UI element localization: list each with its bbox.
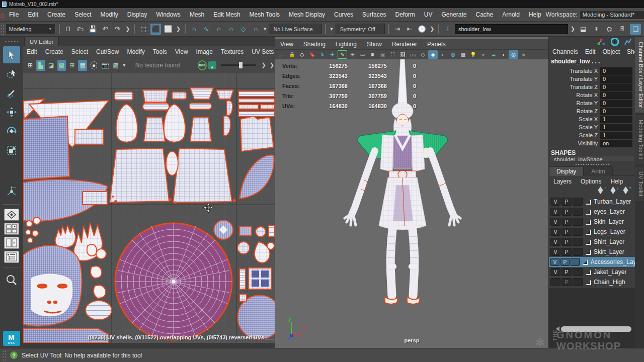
layer-name[interactable]: Chain_High <box>592 279 625 286</box>
zoom-tool-icon[interactable] <box>3 272 20 289</box>
uv-menu-cutsew[interactable]: Cut/Sew <box>92 48 123 55</box>
uv-editor-tab[interactable]: UV Editor <box>24 37 59 46</box>
select-object-icon[interactable]: ⬛ <box>150 24 161 35</box>
snap-grid-icon[interactable]: ∩ <box>189 24 199 35</box>
menu-edit-mesh[interactable]: Edit Mesh <box>209 11 245 18</box>
layer-playback-toggle[interactable]: P <box>561 238 572 246</box>
shelf-expander[interactable]: ❯ <box>570 26 576 32</box>
lasso-tool[interactable] <box>3 65 20 82</box>
layer-color-swatch[interactable] <box>586 209 591 215</box>
gate-mask-icon[interactable]: ▣ <box>378 50 387 59</box>
menu-mesh-display[interactable]: Mesh Display <box>284 11 330 18</box>
layer-color-swatch[interactable] <box>586 199 591 205</box>
layout-two-pane[interactable] <box>4 237 19 249</box>
shelf-expander[interactable]: ❯ <box>429 26 435 32</box>
grid-toggle-icon[interactable]: ⊞ <box>348 50 357 59</box>
vp-menu-view[interactable]: View <box>275 41 298 48</box>
create-layer-icon[interactable]: + <box>623 187 631 194</box>
lighting-toggle-icon[interactable]: 💡 <box>468 50 478 59</box>
menu-mesh-tools[interactable]: Mesh Tools <box>245 11 284 18</box>
layer-display-toggle[interactable] <box>573 218 583 226</box>
redo-icon[interactable]: ↷ <box>112 24 123 35</box>
le-menu-layers[interactable]: Layers <box>549 178 576 185</box>
layer-name[interactable]: Skin_Layer <box>592 218 624 225</box>
menu-display[interactable]: Display <box>123 11 151 18</box>
layer-row[interactable]: VPShirt_Layer <box>549 237 635 247</box>
menu-arnold[interactable]: Arnold <box>498 11 524 18</box>
menu-surfaces[interactable]: Surfaces <box>358 11 390 18</box>
layer-color-swatch[interactable] <box>583 259 588 265</box>
lock-camera-icon[interactable]: 🔒 <box>287 50 297 59</box>
image-display-icon[interactable]: ▲ <box>208 61 216 69</box>
toolbox-grip[interactable] <box>5 41 19 43</box>
attr-label[interactable]: Visibility <box>549 140 600 146</box>
attr-label[interactable]: Rotate Y <box>549 100 600 106</box>
attr-value[interactable]: 0 <box>600 108 632 115</box>
layer-name[interactable]: Legs_Layer <box>592 228 625 235</box>
scroll-left-arrow[interactable] <box>556 326 559 331</box>
uv-menu-image[interactable]: Image <box>192 48 217 55</box>
vp-menu-panels[interactable]: Panels <box>422 41 451 48</box>
layer-color-swatch[interactable] <box>586 269 591 275</box>
layer-display-toggle[interactable] <box>573 268 583 276</box>
layer-playback-toggle[interactable]: P <box>561 268 572 276</box>
make-live-icon[interactable]: ∩ <box>250 24 261 35</box>
layer-visible-toggle[interactable]: V <box>550 228 560 236</box>
snap-options-caret[interactable]: ▾ <box>263 26 268 32</box>
home-icon[interactable]: ⌂ <box>0 11 5 19</box>
menu-generate[interactable]: Generate <box>437 11 471 18</box>
attr-label[interactable]: Translate Y <box>549 76 600 82</box>
move-tool[interactable] <box>3 104 20 121</box>
layer-row[interactable]: VPJaket_Layer <box>549 267 635 277</box>
layer-name[interactable]: eyes_Layer <box>592 208 625 215</box>
layer-row[interactable]: VPTurban_Layer <box>549 197 635 207</box>
viewport-canvas[interactable]: Verts:1562751562750 Edges:3235433235430 … <box>275 59 548 348</box>
speed-gauge-icon[interactable] <box>611 38 619 46</box>
cb-menu-object[interactable]: Object <box>599 48 623 55</box>
layer-playback-toggle[interactable]: P <box>561 198 572 206</box>
isolate-icon[interactable]: ◎ <box>509 50 518 59</box>
menu-windows[interactable]: Windows <box>151 11 185 18</box>
shaded-mode-icon[interactable]: ◆ <box>428 50 438 59</box>
2d-panzoom-icon[interactable]: ↯ <box>317 50 327 59</box>
joint-size-icon[interactable]: ✣ <box>328 50 337 59</box>
slider-thumb[interactable] <box>239 62 243 68</box>
layer-name[interactable]: Jaket_Layer <box>592 268 626 276</box>
uv-toolbar-expand[interactable]: ❯ <box>261 62 267 68</box>
motion-blur-icon[interactable]: ◗ <box>499 50 508 59</box>
layer-visible-toggle[interactable]: V <box>550 198 560 206</box>
uv-canvas[interactable]: 911.11.21.31.41.51.61.71.81.9 <box>23 73 275 343</box>
menu-select[interactable]: Select <box>70 11 96 18</box>
tab-display[interactable]: Display <box>549 166 584 176</box>
display-settings-icon[interactable]: ⛭ <box>604 24 615 35</box>
character-controls-icon[interactable]: 🯅 <box>591 24 602 35</box>
uv-checker-off-icon[interactable]: ⊞ <box>67 60 76 71</box>
uv-menu-select[interactable]: Select <box>67 48 92 55</box>
menu-set-dropdown[interactable]: Modeling▼ <box>6 24 56 34</box>
paint-select-tool[interactable] <box>3 84 20 102</box>
bookmark-icon[interactable]: 🔖 <box>307 50 317 59</box>
le-menu-options[interactable]: Options <box>576 178 606 185</box>
save-scene-icon[interactable]: 💾 <box>88 24 98 35</box>
attr-label[interactable]: Rotate X <box>549 92 600 98</box>
image-dim-slider[interactable] <box>221 64 256 66</box>
live-surface-field[interactable]: No Live Surface <box>269 24 322 34</box>
menu-mesh[interactable]: Mesh <box>185 11 209 18</box>
snap-projected-center-icon[interactable]: ∩ <box>225 24 236 35</box>
wireframe-icon[interactable]: ◇ <box>418 50 428 59</box>
layer-name[interactable]: Shirt_Layer <box>592 238 624 245</box>
layer-color-swatch[interactable] <box>586 239 591 245</box>
layer-visible-toggle[interactable]: V <box>550 248 560 256</box>
snap-curve-icon[interactable]: ∿ <box>201 24 211 35</box>
layer-playback-toggle[interactable]: P <box>561 248 572 256</box>
uv-menu-modify[interactable]: Modify <box>123 48 148 55</box>
uv-menu-tools[interactable]: Tools <box>149 48 171 55</box>
uv-menu-edit[interactable]: Edit <box>23 48 41 55</box>
tab-uv-toolkit[interactable]: UV Toolkit <box>635 166 644 201</box>
layer-visible-toggle[interactable]: V <box>550 238 560 246</box>
scrollbar-thumb[interactable] <box>561 326 631 332</box>
layer-name[interactable]: Skirt_Layer <box>592 248 624 255</box>
uv-checker-pattern-icon[interactable]: ▨ <box>111 60 120 71</box>
uv-toolbar-expand2[interactable]: ❯ <box>269 62 275 68</box>
selection-name-input[interactable] <box>455 24 568 34</box>
